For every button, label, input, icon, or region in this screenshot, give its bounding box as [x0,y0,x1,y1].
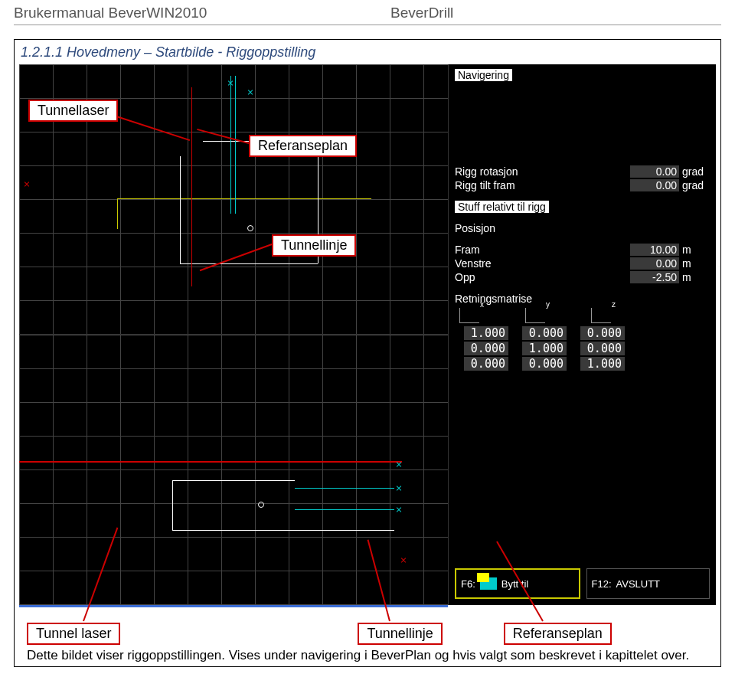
yellow-line [117,198,118,229]
matrix-cell: 1.000 [522,342,567,355]
f6-key-label: F6: [461,578,475,590]
nav-title: Navigering [455,69,512,81]
content-frame: 1.2.1.1 Hovedmeny – Startbilde - Riggopp… [14,39,721,667]
label: Rigg tilt fram [455,179,630,191]
venstre-row: Venstre 0.00 m [455,257,710,270]
matrix-cell: 1.000 [464,326,508,340]
side-view [19,335,448,605]
fram-row: Fram 10.00 m [455,244,710,256]
cyan-line [295,488,394,489]
value: 0.00 [630,179,679,191]
section-heading: 1.2.1.1 Hovedmeny – Startbilde - Riggopp… [15,40,720,64]
posisjon-label: Posisjon [455,222,710,234]
section-stuff-title: Stuff relativt til rigg [455,201,549,213]
doc-title-left: Brukermanual BeverWIN2010 [14,5,368,21]
f12-key-label: F12: [592,578,612,590]
x-marker-red-icon [24,181,30,187]
f6-bytt-til-button[interactable]: F6: Bytt til [455,568,580,599]
unit: m [682,244,710,256]
red-laser-line [19,461,402,463]
matrix-cell: 1.000 [580,357,625,371]
value: 0.00 [630,165,679,178]
callout-tunnellinje: Tunnellinje [358,623,442,645]
axis-y-icon: y [525,308,545,323]
label: Venstre [455,257,630,270]
opp-row: Opp -2.50 m [455,271,710,283]
visualization-panel: Tunnellaser Referanseplan Tunnellinje [19,64,448,605]
retningsmatrise-label: Retningsmatrise [455,293,710,305]
white-line [180,263,318,264]
direction-matrix: 1.000 0.000 0.000 0.000 1.000 0.000 0.00… [455,326,710,372]
label: Rigg rotasjon [455,165,630,178]
x-marker-icon [396,506,402,512]
matrix-cell: 0.000 [522,326,567,340]
white-line [172,480,173,530]
unit: m [682,271,710,283]
f12-text: AVSLUTT [616,578,661,590]
value: 0.00 [630,257,679,270]
blue-divider [19,605,448,607]
cyan-ref-line [230,76,231,214]
x-marker-icon [396,461,402,467]
header-divider [14,25,721,25]
label: Fram [455,244,630,256]
circle-marker-icon [258,502,264,508]
x-marker-red-icon [400,557,407,563]
matrix-cell: 0.000 [522,357,567,371]
axis-z-icon: z [591,308,611,323]
doc-title-right: BeverDrill [368,5,721,21]
x-marker-icon [396,485,402,491]
unit: grad [682,165,710,178]
matrix-cell: 0.000 [464,357,508,371]
callout-tunnel-laser: Tunnel laser [27,623,120,645]
callout-tunnellaser: Tunnellaser [28,100,118,122]
axis-icons: x y z [459,308,710,323]
red-laser-line [191,87,192,286]
cyan-ref-line [235,76,236,214]
callout-referanseplan: Referanseplan [504,623,612,645]
callout-tunnellinje: Tunnellinje [272,234,356,257]
info-panel: Navigering Rigg rotasjon 0.00 grad Rigg … [448,64,716,605]
app-screenshot-area: Tunnellaser Referanseplan Tunnellinje Na… [19,64,716,605]
unit: grad [682,179,710,191]
circle-marker-icon [247,225,253,231]
callout-referanseplan: Referanseplan [249,135,357,157]
cyan-line [295,509,394,510]
f12-avslutt-button[interactable]: F12: AVSLUTT [586,568,710,599]
white-line [172,480,295,481]
x-marker-icon [247,89,253,95]
grid-background [19,335,448,605]
yellow-line [117,198,371,199]
switch-window-icon [480,577,497,590]
matrix-cell: 0.000 [464,342,508,355]
value: -2.50 [630,271,679,283]
axis-x-icon: x [459,308,479,323]
white-line [180,156,181,263]
rigg-tilt-row: Rigg tilt fram 0.00 grad [455,179,710,191]
rigg-rotasjon-row: Rigg rotasjon 0.00 grad [455,165,710,178]
caption-text: Dette bildet viser riggoppstillingen. Vi… [27,648,708,663]
label: Opp [455,271,630,283]
matrix-cell: 0.000 [580,326,625,340]
bottom-callouts: Tunnel laser Tunnellinje Referanseplan [19,623,716,645]
matrix-cell: 0.000 [580,342,625,355]
x-marker-icon [227,80,234,86]
white-line [172,530,394,531]
unit: m [682,257,710,270]
value: 10.00 [630,244,679,256]
